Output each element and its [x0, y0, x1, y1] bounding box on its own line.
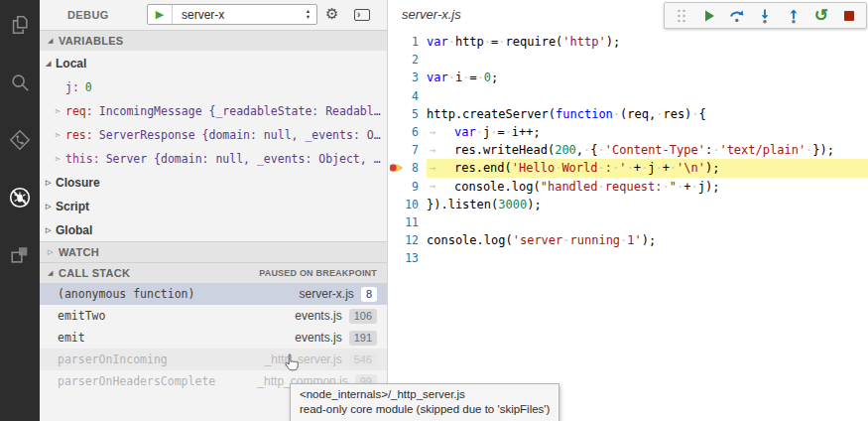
call-stack-header-label: CALL STACK — [59, 267, 130, 279]
variables-section-header[interactable]: ◢ VARIABLES — [40, 30, 387, 51]
code-token: 'Hello·World·:·' — [512, 161, 627, 175]
scope-row[interactable]: ▷Closure — [40, 171, 387, 195]
breakpoint-gutter[interactable] — [388, 123, 405, 141]
frame-file: _http_server.js — [265, 352, 342, 366]
configure-gear-icon[interactable]: ⚙ — [325, 5, 338, 23]
step-out-button[interactable] — [785, 7, 803, 25]
code-line[interactable]: 7→res.writeHead(200,·{·'Content-Type':·'… — [388, 141, 868, 159]
code-area[interactable]: 1var·http·=·require('http');23var·i·=·0;… — [388, 33, 868, 267]
scope-row[interactable]: ▷Script — [40, 195, 387, 218]
launch-config-select[interactable]: ▶ server-x ▲▼ — [147, 4, 317, 25]
breakpoint-gutter[interactable] — [388, 231, 405, 249]
twisty-collapsed-icon: ▷ — [46, 179, 56, 187]
scope-row[interactable]: ▷Global — [40, 218, 387, 242]
code-line[interactable]: 8→res.end('Hello·World·:·'·+·j·+·'\n'); — [388, 159, 868, 177]
twisty-collapsed-icon: ▷ — [46, 226, 56, 234]
breakpoint-gutter[interactable] — [388, 213, 405, 231]
code-line-content[interactable]: →console.log("handled·request:·"·+·j); — [427, 178, 868, 196]
space-whitespace-icon: · — [677, 180, 683, 194]
code-line-content[interactable]: →var·j·=·i++; — [427, 123, 868, 141]
code-line[interactable]: 12console.log('server·running·1'); — [388, 231, 868, 249]
scope-row[interactable]: ◢Local — [40, 52, 387, 75]
code-line[interactable]: 6→var·j·=·i++; — [388, 123, 868, 141]
space-whitespace-icon: · — [598, 143, 605, 157]
breakpoint-gutter[interactable] — [388, 196, 405, 213]
variable-name: this: — [65, 152, 100, 166]
code-line-content[interactable]: →res.writeHead(200,·{·'Content-Type':·'t… — [427, 141, 868, 159]
step-into-button[interactable] — [756, 7, 774, 25]
code-line-content[interactable]: }).listen(3000); — [427, 196, 868, 213]
breakpoint-gutter[interactable] — [388, 105, 405, 123]
line-number: 3 — [405, 70, 427, 84]
code-line-content[interactable] — [427, 51, 868, 69]
code-token: ; — [491, 70, 498, 84]
variable-row[interactable]: j:0 — [40, 75, 387, 99]
code-token: var — [454, 125, 476, 139]
activity-extensions[interactable] — [0, 238, 40, 272]
space-whitespace-icon: · — [712, 143, 719, 157]
space-whitespace-icon: · — [806, 143, 812, 157]
variable-name: res: — [65, 128, 93, 142]
breakpoint-gutter[interactable] — [388, 178, 405, 196]
space-whitespace-icon: · — [598, 180, 605, 194]
breakpoint-gutter[interactable] — [388, 33, 405, 51]
stop-icon — [844, 11, 854, 21]
editor-file-title[interactable]: server-x.js — [402, 7, 461, 22]
breakpoint-gutter[interactable] — [388, 87, 405, 105]
code-token: 3000 — [498, 198, 527, 211]
breakpoint-gutter[interactable] — [388, 51, 405, 69]
twisty-collapsed-icon: ▷ — [48, 248, 59, 256]
code-line-content[interactable]: var·i·=·0; — [427, 69, 868, 86]
code-line-content[interactable] — [427, 87, 868, 105]
variable-row[interactable]: ▷this:Server {domain: null, _events: Obj… — [40, 147, 387, 171]
stack-frame[interactable]: emitTwoevents.js106 — [40, 305, 387, 327]
code-line[interactable]: 10}).listen(3000); — [388, 196, 868, 213]
debug-console-icon[interactable]: › — [354, 9, 370, 21]
stack-frame[interactable]: parserOnIncoming_http_server.js546 — [40, 349, 387, 370]
continue-button[interactable] — [700, 7, 718, 25]
restart-button[interactable]: ↺ — [812, 7, 830, 25]
code-line-content[interactable]: http.createServer(function·(req,·res)·{ — [427, 105, 868, 123]
breakpoint-gutter[interactable] — [388, 69, 405, 86]
code-line[interactable]: 2 — [388, 51, 868, 69]
space-whitespace-icon: · — [562, 233, 569, 247]
code-line[interactable]: 11 — [388, 213, 868, 231]
stack-frame[interactable]: (anonymous function)server-x.js8 — [40, 283, 387, 305]
variable-row[interactable]: ▷res:ServerResponse {domain: null, _even… — [40, 123, 387, 147]
code-line[interactable]: 3var·i·=·0; — [388, 69, 868, 86]
activity-debug[interactable] — [0, 181, 40, 214]
twisty-expanded-icon: ◢ — [46, 60, 56, 68]
code-line-content[interactable] — [427, 249, 868, 267]
space-whitespace-icon: · — [490, 125, 497, 139]
activity-search[interactable] — [0, 66, 40, 99]
code-line-content[interactable] — [427, 213, 868, 231]
activity-explorer[interactable] — [0, 8, 40, 42]
stack-frame[interactable]: emitevents.js191 — [40, 327, 387, 349]
expand-arrow-icon: ▷ — [56, 131, 65, 139]
code-line-content[interactable]: var·http·=·require('http'); — [427, 33, 868, 51]
select-spinner-icon[interactable]: ▲▼ — [300, 9, 316, 20]
code-line[interactable]: 4 — [388, 87, 868, 105]
paused-status-badge: PAUSED ON BREAKPOINT — [259, 268, 377, 278]
breakpoint-gutter[interactable] — [388, 159, 405, 177]
step-over-button[interactable] — [728, 7, 746, 25]
call-stack-section-header[interactable]: ◢ CALL STACK PAUSED ON BREAKPOINT — [40, 262, 387, 283]
start-debug-button[interactable]: ▶ — [148, 5, 173, 24]
breakpoint-gutter[interactable] — [388, 141, 405, 159]
debug-header: DEBUG ▶ server-x ▲▼ ⚙ › — [40, 0, 387, 30]
code-token: ·+·j·+· — [626, 161, 677, 175]
code-line-content[interactable]: console.log('server·running·1'); — [427, 231, 868, 249]
code-line[interactable]: 1var·http·=·require('http'); — [388, 33, 868, 51]
watch-section-header[interactable]: ▷ WATCH — [40, 241, 387, 262]
code-line-content[interactable]: →res.end('Hello·World·:·'·+·j·+·'\n'); — [427, 159, 868, 177]
drag-grip-button[interactable] — [673, 7, 690, 25]
code-line[interactable]: 13 — [388, 249, 868, 267]
code-line[interactable]: 9→console.log("handled·request:·"·+·j); — [388, 178, 868, 196]
activity-source-control[interactable] — [0, 123, 40, 157]
stop-button[interactable] — [840, 7, 858, 25]
code-line[interactable]: 5http.createServer(function·(req,·res)·{ — [388, 105, 868, 123]
variable-row[interactable]: ▷req:IncomingMessage {_readableState: Re… — [40, 99, 387, 123]
breakpoint-gutter[interactable] — [388, 249, 405, 267]
restart-icon: ↺ — [814, 8, 828, 24]
hand-cursor-icon — [284, 353, 300, 372]
